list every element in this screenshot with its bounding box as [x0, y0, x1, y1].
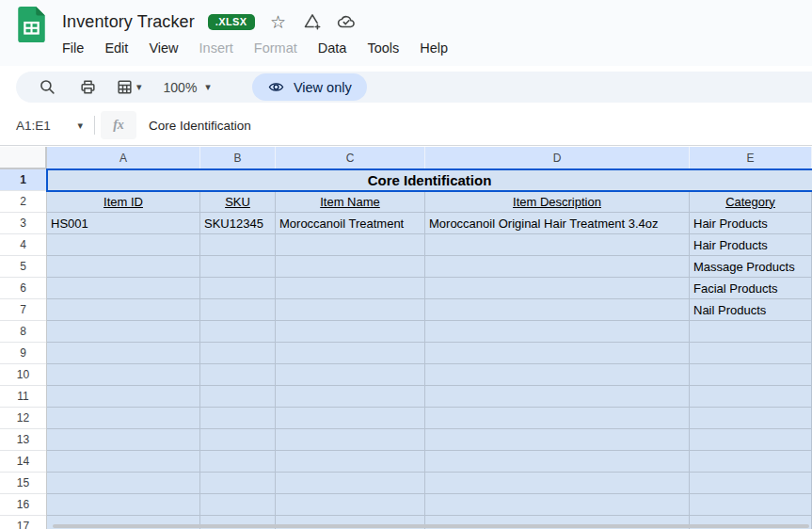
row-header-14[interactable]: 14: [0, 451, 46, 473]
row-header-5[interactable]: 5: [0, 256, 46, 278]
cell-B11[interactable]: [200, 386, 276, 408]
cell-A11[interactable]: [47, 386, 200, 408]
cell-E15[interactable]: [690, 473, 812, 494]
cell-D8[interactable]: [425, 321, 690, 343]
cell-E2[interactable]: Category: [690, 191, 812, 213]
cell-A1-merged-title[interactable]: Core Identification: [47, 169, 812, 191]
cell-C3[interactable]: Moroccanoil Treatment: [276, 213, 425, 234]
cell-B7[interactable]: [200, 299, 276, 321]
column-header-B[interactable]: B: [200, 147, 276, 169]
cell-B9[interactable]: [200, 343, 276, 364]
cell-A14[interactable]: [47, 451, 200, 473]
cell-C11[interactable]: [276, 386, 425, 408]
cell-D14[interactable]: [425, 451, 690, 473]
star-icon[interactable]: ☆: [268, 11, 289, 32]
cell-C4[interactable]: [276, 234, 425, 256]
view-only-badge[interactable]: View only: [252, 73, 367, 101]
cell-E10[interactable]: [690, 364, 812, 386]
cell-D10[interactable]: [425, 364, 690, 386]
cell-E11[interactable]: [690, 386, 812, 408]
cell-C13[interactable]: [276, 429, 425, 451]
cell-E6[interactable]: Facial Products: [690, 278, 812, 299]
cell-E16[interactable]: [690, 494, 812, 516]
cell-E5[interactable]: Massage Products: [690, 256, 812, 278]
cell-A4[interactable]: [47, 234, 200, 256]
cell-D3[interactable]: Moroccanoil Original Hair Treatment 3.4o…: [425, 213, 690, 234]
cloud-status-icon[interactable]: [336, 11, 357, 32]
cell-A12[interactable]: [47, 408, 200, 429]
cell-E13[interactable]: [690, 429, 812, 451]
cell-D5[interactable]: [425, 256, 690, 278]
cell-B16[interactable]: [200, 494, 276, 516]
menu-view[interactable]: View: [138, 38, 188, 58]
cell-C9[interactable]: [276, 343, 425, 364]
cell-C6[interactable]: [276, 278, 425, 299]
cell-B13[interactable]: [200, 429, 276, 451]
cell-D11[interactable]: [425, 386, 690, 408]
cell-E9[interactable]: [690, 343, 812, 364]
cell-A9[interactable]: [47, 343, 200, 364]
row-header-2[interactable]: 2: [0, 191, 46, 213]
menu-file[interactable]: File: [62, 38, 94, 58]
cell-D15[interactable]: [425, 473, 690, 494]
cell-D13[interactable]: [425, 429, 690, 451]
menu-edit[interactable]: Edit: [94, 38, 138, 58]
cell-A6[interactable]: [47, 278, 200, 299]
cell-C15[interactable]: [276, 473, 425, 494]
cell-E7[interactable]: Nail Products: [690, 299, 812, 321]
cell-C8[interactable]: [276, 321, 425, 343]
row-header-13[interactable]: 13: [0, 429, 46, 451]
cell-A7[interactable]: [47, 299, 200, 321]
row-header-8[interactable]: 8: [0, 321, 46, 343]
column-header-C[interactable]: C: [276, 147, 425, 169]
name-box[interactable]: A1:E1 ▾: [0, 119, 90, 133]
cell-C2[interactable]: Item Name: [276, 191, 425, 213]
menu-data[interactable]: Data: [308, 38, 358, 58]
cell-A8[interactable]: [47, 321, 200, 343]
cell-B12[interactable]: [200, 408, 276, 429]
select-all-corner[interactable]: [0, 147, 47, 169]
column-header-A[interactable]: A: [47, 147, 200, 169]
row-header-17[interactable]: 17: [0, 516, 46, 529]
cell-B4[interactable]: [200, 234, 276, 256]
row-header-9[interactable]: 9: [0, 343, 46, 364]
horizontal-scrollbar[interactable]: [53, 524, 809, 528]
print-icon[interactable]: [75, 75, 100, 100]
cell-A10[interactable]: [47, 364, 200, 386]
menu-help[interactable]: Help: [409, 38, 458, 58]
cell-A16[interactable]: [47, 494, 200, 516]
row-header-4[interactable]: 4: [0, 234, 46, 256]
row-header-12[interactable]: 12: [0, 408, 46, 429]
cell-D16[interactable]: [425, 494, 690, 516]
cell-D7[interactable]: [425, 299, 690, 321]
cell-E12[interactable]: [690, 408, 812, 429]
cell-C12[interactable]: [276, 408, 425, 429]
cell-B6[interactable]: [200, 278, 276, 299]
cell-B15[interactable]: [200, 473, 276, 494]
cell-E3[interactable]: Hair Products: [690, 213, 812, 234]
cell-A2[interactable]: Item ID: [47, 191, 200, 213]
row-header-15[interactable]: 15: [0, 473, 46, 494]
cell-E14[interactable]: [690, 451, 812, 473]
row-header-6[interactable]: 6: [0, 278, 46, 299]
row-header-7[interactable]: 7: [0, 299, 46, 321]
cell-E8[interactable]: [690, 321, 812, 343]
cell-C7[interactable]: [276, 299, 425, 321]
row-header-10[interactable]: 10: [0, 364, 46, 386]
cell-B3[interactable]: SKU12345: [200, 213, 276, 234]
format-table-icon[interactable]: ▾: [116, 75, 142, 100]
search-icon[interactable]: [35, 75, 59, 100]
cell-B8[interactable]: [200, 321, 276, 343]
row-header-1[interactable]: 1: [0, 169, 46, 191]
zoom-control[interactable]: 100% ▾: [164, 80, 211, 95]
cell-D2[interactable]: Item Description: [425, 191, 690, 213]
row-header-11[interactable]: 11: [0, 386, 46, 408]
cell-D4[interactable]: [425, 234, 690, 256]
menu-tools[interactable]: Tools: [357, 38, 409, 58]
cell-B14[interactable]: [200, 451, 276, 473]
row-header-3[interactable]: 3: [0, 213, 46, 234]
cell-D6[interactable]: [425, 278, 690, 299]
document-title[interactable]: Inventory Tracker: [62, 12, 195, 32]
cell-D12[interactable]: [425, 408, 690, 429]
cell-E4[interactable]: Hair Products: [690, 234, 812, 256]
